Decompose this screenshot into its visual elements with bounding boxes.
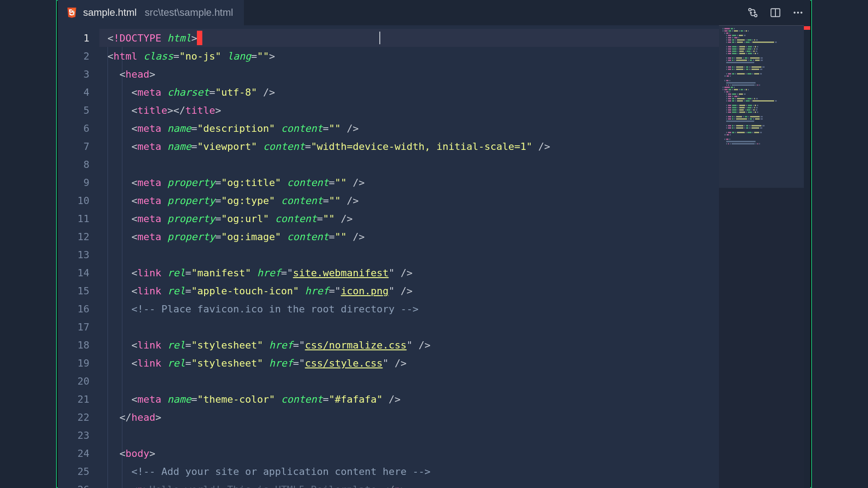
line-number[interactable]: 20	[58, 372, 99, 390]
code-line[interactable]: <meta property="og:url" content="" />	[99, 209, 719, 228]
line-number[interactable]: 4	[58, 83, 99, 101]
code-line[interactable]: <link rel="stylesheet" href="css/normali…	[99, 336, 719, 354]
line-number[interactable]: 11	[58, 209, 99, 228]
more-icon[interactable]	[792, 7, 804, 19]
code-line[interactable]	[99, 155, 719, 173]
svg-point-0	[749, 9, 751, 11]
line-number[interactable]: 15	[58, 282, 99, 300]
code-line[interactable]: <title></title>	[99, 101, 719, 119]
editor-body: 1234567891011121314151617181920212223242…	[58, 25, 810, 488]
line-number[interactable]: 23	[58, 426, 99, 444]
line-number[interactable]: 14	[58, 264, 99, 282]
vertical-scrollbar[interactable]	[804, 25, 810, 488]
code-line[interactable]: <!-- Place favicon.ico in the root direc…	[99, 300, 719, 318]
line-number[interactable]: 18	[58, 336, 99, 354]
code-line[interactable]: <meta name="description" content="" />	[99, 119, 719, 137]
code-line[interactable]: <meta property="og:type" content="" />	[99, 191, 719, 209]
line-number[interactable]: 25	[58, 462, 99, 480]
svg-point-4	[793, 12, 795, 14]
line-number[interactable]: 24	[58, 444, 99, 462]
code-line[interactable]: <head>	[99, 65, 719, 83]
code-line[interactable]: <link rel="manifest" href="site.webmanif…	[99, 264, 719, 282]
code-line[interactable]: <body>	[99, 444, 719, 462]
mouse-text-cursor	[379, 32, 380, 44]
code-line[interactable]: <link rel="apple-touch-icon" href="icon.…	[99, 282, 719, 300]
code-line[interactable]: <!DOCTYPE html>	[99, 29, 719, 47]
svg-point-5	[797, 12, 799, 14]
line-number[interactable]: 12	[58, 228, 99, 246]
code-line[interactable]: <meta property="og:image" content="" />	[99, 228, 719, 246]
code-line[interactable]	[99, 426, 719, 444]
tab-bar: sample.html src\test\sample.html	[58, 0, 810, 25]
code-line[interactable]: <link rel="stylesheet" href="css/style.c…	[99, 354, 719, 372]
line-number[interactable]: 3	[58, 65, 99, 83]
code-line[interactable]: <!-- Add your site or application conten…	[99, 462, 719, 480]
line-number[interactable]: 5	[58, 101, 99, 119]
line-number[interactable]: 16	[58, 300, 99, 318]
text-cursor	[197, 31, 202, 45]
code-line[interactable]: </head>	[99, 408, 719, 426]
line-number[interactable]: 26	[58, 480, 99, 488]
line-number[interactable]: 17	[58, 318, 99, 336]
line-number[interactable]: 2	[58, 47, 99, 65]
left-letterbox	[0, 0, 57, 488]
svg-point-6	[800, 12, 802, 14]
line-number[interactable]: 21	[58, 390, 99, 408]
tab-filepath: src\test\sample.html	[145, 7, 233, 19]
line-number[interactable]: 1	[58, 29, 99, 47]
line-number[interactable]: 6	[58, 119, 99, 137]
code-line[interactable]: <meta name="theme-color" content="#fafaf…	[99, 390, 719, 408]
code-line[interactable]: <meta name="viewport" content="width=dev…	[99, 137, 719, 155]
code-line[interactable]: <meta charset="utf-8" />	[99, 83, 719, 101]
code-line[interactable]	[99, 246, 719, 264]
code-line[interactable]: <meta property="og:title" content="" />	[99, 173, 719, 191]
line-number[interactable]: 13	[58, 246, 99, 264]
minimap-viewport[interactable]	[719, 25, 804, 188]
line-number[interactable]: 7	[58, 137, 99, 155]
code-line[interactable]	[99, 372, 719, 390]
svg-point-1	[755, 14, 757, 17]
editor-pane: sample.html src\test\sample.html	[58, 0, 810, 488]
tab-filename: sample.html	[83, 7, 137, 19]
tab-sample-html[interactable]: sample.html src\test\sample.html	[58, 0, 244, 25]
line-number[interactable]: 9	[58, 173, 99, 191]
line-number[interactable]: 22	[58, 408, 99, 426]
right-letterbox	[811, 0, 868, 488]
minimap[interactable]	[719, 25, 804, 488]
line-number[interactable]: 10	[58, 191, 99, 209]
scrollbar-cursor-marker	[804, 26, 810, 30]
html5-icon	[66, 7, 78, 19]
code-editor[interactable]: <!DOCTYPE html><html class="no-js" lang=…	[99, 25, 719, 488]
git-compare-icon[interactable]	[747, 7, 759, 19]
code-line[interactable]: <p>Hello world! This is HTML5 Boilerplat…	[99, 480, 719, 488]
code-line[interactable]: <html class="no-js" lang="">	[99, 47, 719, 65]
tab-actions	[747, 7, 804, 19]
code-line[interactable]	[99, 318, 719, 336]
line-number[interactable]: 8	[58, 155, 99, 173]
line-number[interactable]: 19	[58, 354, 99, 372]
split-editor-icon[interactable]	[770, 7, 781, 19]
line-number-gutter[interactable]: 1234567891011121314151617181920212223242…	[58, 25, 99, 488]
